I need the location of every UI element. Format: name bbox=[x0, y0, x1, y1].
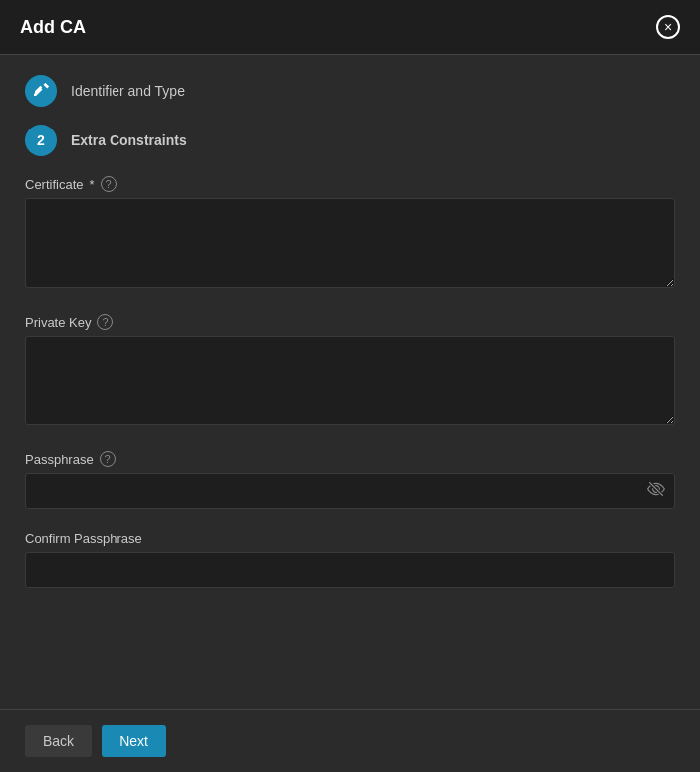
next-button[interactable]: Next bbox=[102, 725, 166, 757]
private-key-label-row: Private Key ? bbox=[25, 314, 675, 330]
confirm-passphrase-group: Confirm Passphrase bbox=[25, 531, 675, 588]
modal-footer: Back Next bbox=[0, 709, 700, 772]
close-button[interactable]: × bbox=[656, 15, 680, 39]
certificate-required: * bbox=[90, 177, 95, 192]
toggle-passphrase-visibility-icon[interactable] bbox=[647, 480, 665, 502]
step-list: Identifier and Type 2 Extra Constraints bbox=[25, 75, 675, 156]
modal-title: Add CA bbox=[20, 17, 86, 38]
back-button[interactable]: Back bbox=[25, 725, 92, 757]
modal-body: Identifier and Type 2 Extra Constraints … bbox=[0, 55, 700, 709]
step-1-label: Identifier and Type bbox=[71, 83, 185, 99]
certificate-group: Certificate * ? bbox=[25, 176, 675, 292]
step-item-2: 2 Extra Constraints bbox=[25, 125, 675, 156]
step-1-icon bbox=[25, 75, 57, 107]
add-ca-modal: Add CA × Identifier and Type 2 bbox=[0, 0, 700, 772]
passphrase-help-icon[interactable]: ? bbox=[100, 451, 116, 467]
passphrase-label: Passphrase bbox=[25, 452, 94, 467]
passphrase-label-row: Passphrase ? bbox=[25, 451, 675, 467]
form-section: Certificate * ? Private Key ? Passphrase bbox=[25, 176, 675, 588]
step-2-label: Extra Constraints bbox=[71, 132, 187, 148]
certificate-help-icon[interactable]: ? bbox=[101, 176, 117, 192]
certificate-label-row: Certificate * ? bbox=[25, 176, 675, 192]
private-key-group: Private Key ? bbox=[25, 314, 675, 429]
private-key-textarea[interactable] bbox=[25, 336, 675, 425]
private-key-help-icon[interactable]: ? bbox=[97, 314, 113, 330]
passphrase-group: Passphrase ? bbox=[25, 451, 675, 509]
passphrase-input[interactable] bbox=[25, 473, 675, 509]
certificate-label: Certificate bbox=[25, 177, 84, 192]
step-2-icon: 2 bbox=[25, 125, 57, 156]
confirm-passphrase-label: Confirm Passphrase bbox=[25, 531, 142, 546]
modal-header: Add CA × bbox=[0, 0, 700, 55]
step-item-1: Identifier and Type bbox=[25, 75, 675, 107]
private-key-label: Private Key bbox=[25, 315, 91, 330]
confirm-passphrase-input[interactable] bbox=[25, 552, 675, 588]
passphrase-wrapper bbox=[25, 473, 675, 509]
step-2-number: 2 bbox=[37, 132, 45, 148]
confirm-passphrase-label-row: Confirm Passphrase bbox=[25, 531, 675, 546]
close-icon: × bbox=[664, 20, 672, 34]
certificate-textarea[interactable] bbox=[25, 198, 675, 288]
pencil-icon bbox=[33, 83, 49, 99]
